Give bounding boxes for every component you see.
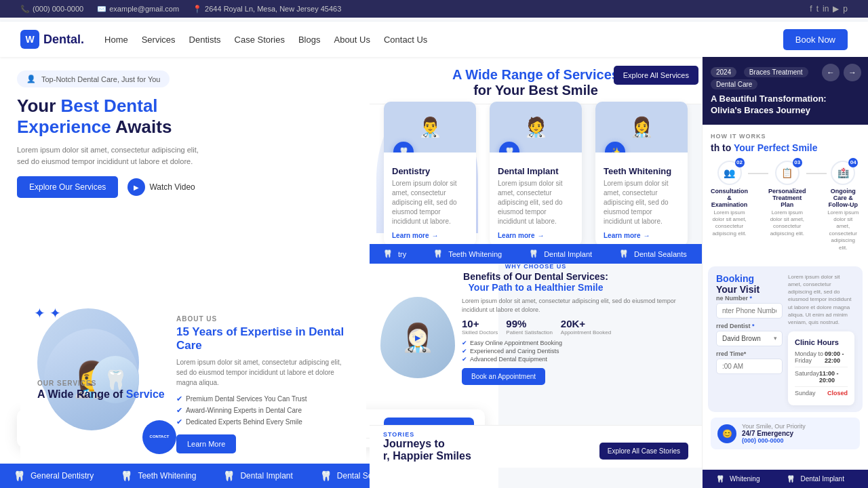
address-info: 📍 2644 Royal Ln, Mesa, New Jersey 45463 — [193, 5, 341, 14]
ticker-item: 🦷Whitening — [703, 475, 773, 483]
service-card-whitening: 👩‍⚕️ ✨ Teeth Whitening Lorem ipsum dolor… — [595, 102, 688, 246]
arrow-icon: → — [537, 232, 544, 239]
ticker-item: 🦷 General Dentistry — [0, 470, 107, 481]
preferred-time-label: rred Time* — [716, 350, 783, 357]
how-it-works-section: HOW IT WORKS th to Your Perfect Smile 👥 … — [703, 125, 868, 266]
hero-badge: 👤 Top-Notch Dental Care, Just for You — [17, 70, 170, 87]
email-info: ✉️ example@gmail.com — [97, 5, 179, 14]
clinic-hours-title: Clinic Hours — [795, 338, 848, 346]
social-links[interactable]: f t in ▶ p — [810, 4, 848, 14]
about-title: 15 Years of Expertise in Dental Care — [176, 325, 349, 353]
divider — [795, 367, 848, 367]
stories-label: STORIES — [383, 431, 688, 438]
step-followup: 🏥 04 Ongoing Care & Follow-Up Lorem ipsu… — [827, 161, 860, 251]
nav-home[interactable]: Home — [104, 35, 128, 45]
hero-highlight: Best DentalExperience — [17, 96, 158, 137]
benefits-content: Lorem ipsum dolor sit amet, consectetur … — [462, 297, 691, 385]
step-num-3: 04 — [848, 158, 858, 167]
phone-number-input[interactable] — [716, 303, 783, 319]
twitter-link[interactable]: t — [816, 4, 818, 14]
top-bar: 📞 (000) 000-0000 ✉️ example@gmail.com 📍 … — [0, 0, 868, 18]
stat-num-appointments: 20K+ — [561, 318, 611, 329]
dentist-field: rred Dentist * David Brown ▾ — [716, 323, 783, 346]
card-title-implant: Dental Implant — [498, 166, 574, 176]
divider — [795, 386, 848, 387]
instagram-link[interactable]: in — [823, 4, 829, 14]
steps-row: 👥 02 Consultation & Examination Lorem ip… — [711, 161, 860, 251]
step-text-2: Lorem ipsum dolor sit amet, consectetur … — [768, 209, 806, 238]
play-button[interactable]: ▶ — [409, 329, 427, 346]
consultation-icon: 👥 — [724, 167, 735, 178]
step-icon-wrap-2: 📋 03 — [775, 161, 800, 185]
badge-icon: 👤 — [26, 75, 36, 83]
booking-form: ne Number * rred Dentist * David Brown ▾… — [716, 295, 783, 374]
service-card-implant: 🧑‍⚕️ 🦷 Dental Implant Lorem ipsum dolor … — [490, 102, 582, 246]
clinic-hours-card: Clinic Hours Monday to Friday 09:00 - 22… — [788, 331, 854, 405]
navbar: W Dental. Home Services Dentists Case St… — [0, 22, 868, 57]
step-icon-wrap-1: 👥 02 — [717, 161, 742, 185]
preferred-time-input[interactable] — [716, 359, 783, 374]
youtube-link[interactable]: ▶ — [833, 4, 839, 14]
nav-blogs[interactable]: Blogs — [298, 35, 321, 45]
pinterest-link[interactable]: p — [843, 4, 848, 14]
benefits-image: 👩‍⚕️ ▶ — [380, 297, 455, 378]
nav-about[interactable]: About Us — [334, 35, 370, 45]
step-num-2: 03 — [793, 158, 802, 167]
learn-more-button[interactable]: Learn More — [176, 434, 236, 453]
stats-row: 10+ Skilled Doctors 99% Patient Satisfac… — [462, 318, 691, 336]
book-now-button[interactable]: Book Now — [783, 29, 848, 50]
nav-dentists[interactable]: Dentists — [189, 35, 221, 45]
main-nav: Home Services Dentists Case Stories Blog… — [104, 35, 783, 45]
phone-number-field: ne Number * — [716, 295, 783, 319]
facebook-link[interactable]: f — [810, 4, 812, 14]
our-services-section: OUR SERVICES A Wide Range of Service — [20, 380, 182, 401]
hero-body: Lorem ipsum dolor sit amet, consectetur … — [17, 144, 207, 167]
book-appointment-why-button[interactable]: Book an Appointment — [462, 368, 545, 385]
case-stories-section: STORIES Journeys to r, Happier Smiles Ex… — [370, 425, 702, 468]
arrow-icon: → — [643, 232, 650, 239]
learn-more-whitening[interactable]: Learn more → — [604, 232, 679, 239]
why-title: Benefits of Our Dental Services: Your Pa… — [380, 271, 691, 293]
nav-contact[interactable]: Contact Us — [384, 35, 427, 45]
logo: W Dental. — [20, 30, 84, 49]
about-list-item: ✔Premium Dental Services You Can Trust — [176, 394, 349, 403]
stat-label-doctors: Skilled Doctors — [462, 329, 498, 336]
learn-more-dentistry[interactable]: Learn more → — [392, 232, 468, 239]
watch-video-button[interactable]: ▶ Watch Video — [127, 178, 195, 196]
tooth-icon: 🦷 — [433, 249, 443, 258]
step-title-1: Consultation & Examination — [711, 188, 748, 208]
explore-services-button[interactable]: Explore Our Services — [17, 176, 118, 198]
bottom-ticker-bar: 🦷 General Dentistry 🦷 Teeth Whitening 🦷 … — [0, 464, 370, 488]
phone-info: 📞 (000) 000-0000 — [20, 5, 83, 14]
contact-circle-badge: CONTACT — [142, 420, 176, 454]
dentist-select[interactable]: David Brown — [716, 331, 783, 346]
nav-case-stories[interactable]: Case Stories — [235, 35, 285, 45]
about-image: ✦ ✦ 👩‍⚕️ CONTACT 🦷 — [37, 308, 166, 444]
tooth-icon: 🦷 — [14, 470, 25, 481]
card-text-dentistry: Lorem ipsum dolor sit amet, consectetur … — [392, 179, 468, 226]
prev-arrow-button[interactable]: ← — [822, 64, 840, 81]
step-num-1: 02 — [735, 158, 745, 167]
about-content: ABOUT US 15 Years of Expertise in Dental… — [176, 308, 349, 453]
email-icon: ✉️ — [97, 5, 106, 14]
about-list: ✔Premium Dental Services You Can Trust ✔… — [176, 394, 349, 426]
logo-icon: W — [20, 30, 39, 49]
transformation-arrows: ← → — [822, 64, 861, 81]
explore-all-button[interactable]: Explore All Services — [614, 66, 698, 85]
time-label: 09:00 - 22:00 — [825, 350, 848, 364]
step-title-3: Ongoing Care & Follow-Up — [827, 188, 860, 208]
card-text-whitening: Lorem ipsum dolor sit amet, consectetur … — [604, 179, 679, 226]
next-arrow-button[interactable]: → — [844, 64, 861, 81]
preferred-time-field: rred Time* — [716, 350, 783, 374]
step-connector — [806, 173, 827, 174]
emergency-content: Your Smile, Our Priority 24/7 Emergency … — [742, 423, 806, 444]
booking-form-area: Booking Your Visit ne Number * rred Dent… — [716, 273, 783, 405]
nav-services[interactable]: Services — [142, 35, 176, 45]
explore-case-stories-button[interactable]: Explore All Case Stories — [599, 443, 688, 460]
learn-more-implant[interactable]: Learn more → — [498, 232, 574, 239]
card-image-dentistry: 👨‍⚕️ 🦷 — [384, 102, 476, 152]
service-card-dentistry: 👨‍⚕️ 🦷 Dentistry Lorem ipsum dolor sit a… — [384, 102, 476, 246]
treatment-icon: 📋 — [781, 167, 793, 178]
stat-num-doctors: 10+ — [462, 318, 498, 329]
phone-icon: 📞 — [20, 5, 30, 14]
